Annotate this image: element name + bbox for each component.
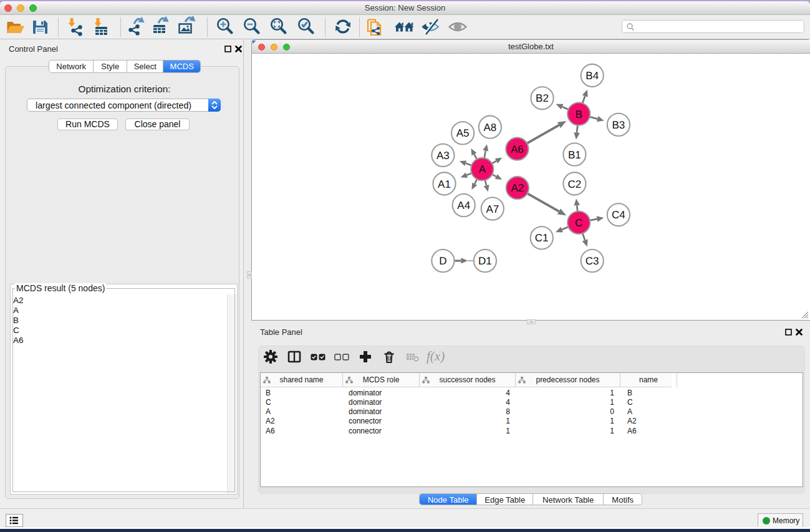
svg-text:B1: B1 xyxy=(568,149,581,161)
svg-text:A2: A2 xyxy=(511,182,524,194)
svg-text:A7: A7 xyxy=(486,203,499,215)
svg-text:A4: A4 xyxy=(457,200,470,211)
svg-text:A1: A1 xyxy=(438,178,451,190)
svg-text:B2: B2 xyxy=(536,92,549,104)
svg-text:C1: C1 xyxy=(535,232,549,244)
svg-text:D1: D1 xyxy=(478,255,492,267)
svg-text:B3: B3 xyxy=(612,119,625,131)
svg-text:A: A xyxy=(479,163,486,175)
svg-text:C4: C4 xyxy=(612,209,625,221)
svg-text:D: D xyxy=(439,255,446,267)
svg-text:B4: B4 xyxy=(586,70,599,82)
svg-text:C2: C2 xyxy=(568,178,582,190)
svg-text:C: C xyxy=(575,217,582,229)
svg-text:A3: A3 xyxy=(436,150,450,162)
svg-text:B: B xyxy=(576,109,582,120)
svg-text:A8: A8 xyxy=(484,122,497,133)
svg-text:A5: A5 xyxy=(456,127,470,139)
svg-text:A6: A6 xyxy=(511,143,524,155)
svg-text:C3: C3 xyxy=(586,255,599,267)
